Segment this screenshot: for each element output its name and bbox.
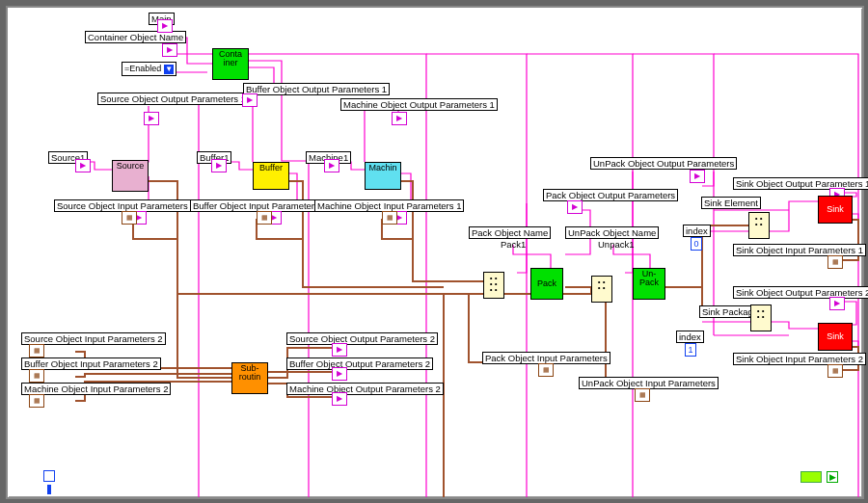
index-1[interactable]: 1 [685,343,696,357]
diagram-frame: { "labels":{ "main":"Main", "container":… [6,6,864,499]
label-sink-in2: Sink Object Input Parameters 2 [733,353,866,365]
node-subroutine[interactable]: Sub- routin [231,362,268,394]
term-packo: ▶ [567,200,583,214]
label-src-out1: Source Object Output Parameters 1 [97,93,249,105]
term-buf1: ▶ [211,159,227,172]
node-machine[interactable]: Machin [365,162,401,190]
label-sink-out2: Sink Object Output Parameters 2 [733,286,868,299]
label-pack1: Pack1 [499,239,528,250]
node-sink2[interactable]: Sink [818,323,853,351]
term-bufo2: ▶ [332,367,347,381]
status-led-icon [800,471,822,483]
term-unpacko: ▶ [690,170,705,183]
bundle-pack[interactable]: ∘∘∘∘∘∘ [483,272,504,299]
label-mach-out2: Machine Object Output Parameters 2 [286,383,444,395]
label-index2: index [676,331,704,343]
bundle-unpack[interactable]: ∘∘∘∘ [591,276,612,303]
ring-enabled[interactable]: =Enabled▼ [122,62,176,76]
bundle-sink1[interactable]: ∘∘∘∘ [748,212,770,239]
label-pack-out: Pack Object Output Parameters [543,189,678,201]
term-cont: ▶ [162,43,177,57]
termb-sinki1: ▦ [827,255,843,269]
node-sink1[interactable]: Sink [818,196,853,224]
index-0[interactable]: 0 [691,237,702,251]
term-bufo1: ▶ [242,93,258,107]
loop-iter-icon [43,470,55,482]
label-sink-out1: Sink Object Output Parameters 1 [733,177,868,190]
termb-sinki2: ▦ [827,364,843,378]
label-sinkel: Sink Element [701,197,761,209]
label-packname: Pack Object Name [469,226,551,239]
tick-icon [47,485,51,494]
continue-icon[interactable]: ▶ [827,471,838,483]
term-macho1: ▶ [392,112,407,125]
termb-machi1: ▦ [382,211,397,225]
termb-srci1: ▦ [122,211,137,225]
term-srco1: ▶ [144,112,159,125]
label-index1: index [683,225,711,237]
label-buf-out2: Buffer Object Output Parameters 2 [286,357,433,370]
label-unpack1: Unpack1 [596,239,637,250]
label-src-out2: Source Object Output Parameters 2 [286,332,438,345]
node-pack[interactable]: Pack [530,268,563,300]
termb-packi: ▦ [538,363,554,377]
termb-bufi2: ▦ [29,369,44,383]
label-unpack-out: UnPack Object Output Parameters [590,157,737,170]
term-macho2: ▶ [332,392,347,406]
bundle-sink2[interactable]: ∘∘∘∘ [750,304,772,331]
termb-unpacki: ▦ [635,388,650,402]
label-sink-in1: Sink Object Input Parameters 1 [733,244,866,256]
label-unpackname: UnPack Object Name [565,226,659,239]
termb-bufi1: ▦ [257,211,272,225]
label-buf-out1: Buffer Object Output Parameters 1 [243,83,390,95]
termb-machi2: ▦ [29,394,44,408]
term-sinko2: ▶ [829,297,845,310]
node-source[interactable]: Source [112,160,149,192]
label-mach-out1: Machine Object Output Parameters 1 [340,98,498,111]
termb-srci2: ▦ [29,344,44,357]
term-mach1: ▶ [324,159,339,172]
node-container[interactable]: Conta iner [212,48,249,80]
term-src1: ▶ [75,159,91,172]
node-unpack[interactable]: Un- Pack [633,268,665,300]
term-main: ▶ [157,19,173,33]
term-srco2: ▶ [332,343,347,357]
dropdown-icon[interactable]: ▼ [164,65,174,74]
node-buffer[interactable]: Buffer [253,162,289,190]
